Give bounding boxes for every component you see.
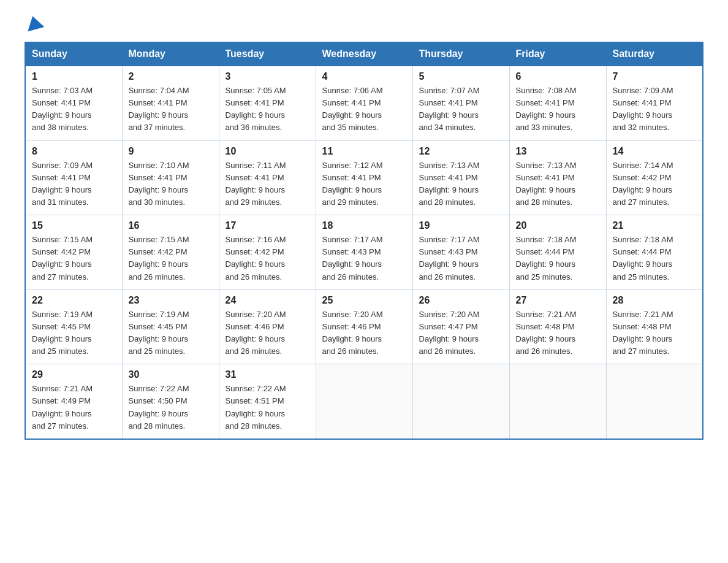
calendar-cell: 12 Sunrise: 7:13 AMSunset: 4:41 PMDaylig…: [412, 140, 509, 215]
day-info: Sunrise: 7:19 AMSunset: 4:45 PMDaylight:…: [129, 308, 213, 358]
calendar-body: 1 Sunrise: 7:03 AMSunset: 4:41 PMDayligh…: [25, 66, 703, 439]
calendar-cell: 14 Sunrise: 7:14 AMSunset: 4:42 PMDaylig…: [606, 140, 703, 215]
calendar-cell: 8 Sunrise: 7:09 AMSunset: 4:41 PMDayligh…: [25, 140, 122, 215]
calendar-cell: 27 Sunrise: 7:21 AMSunset: 4:48 PMDaylig…: [509, 289, 606, 364]
day-number: 31: [226, 369, 309, 380]
calendar-cell: 22 Sunrise: 7:19 AMSunset: 4:45 PMDaylig…: [25, 289, 122, 364]
day-number: 21: [613, 220, 697, 231]
day-info: Sunrise: 7:21 AMSunset: 4:49 PMDaylight:…: [32, 383, 116, 432]
day-info: Sunrise: 7:18 AMSunset: 4:44 PMDaylight:…: [613, 234, 697, 283]
calendar-cell: 17 Sunrise: 7:16 AMSunset: 4:42 PMDaylig…: [219, 215, 316, 290]
weekday-header-row: SundayMondayTuesdayWednesdayThursdayFrid…: [25, 42, 703, 66]
weekday-header-saturday: Saturday: [606, 42, 703, 66]
day-info: Sunrise: 7:15 AMSunset: 4:42 PMDaylight:…: [32, 234, 116, 283]
day-number: 5: [419, 71, 503, 82]
calendar-cell: 30 Sunrise: 7:22 AMSunset: 4:50 PMDaylig…: [122, 364, 219, 439]
weekday-header-wednesday: Wednesday: [316, 42, 412, 66]
calendar-cell: 9 Sunrise: 7:10 AMSunset: 4:41 PMDayligh…: [122, 140, 219, 215]
calendar-cell: 24 Sunrise: 7:20 AMSunset: 4:46 PMDaylig…: [219, 289, 316, 364]
calendar-cell: 13 Sunrise: 7:13 AMSunset: 4:41 PMDaylig…: [509, 140, 606, 215]
calendar-cell: 7 Sunrise: 7:09 AMSunset: 4:41 PMDayligh…: [606, 66, 703, 141]
day-number: 17: [226, 220, 309, 231]
day-info: Sunrise: 7:17 AMSunset: 4:43 PMDaylight:…: [322, 234, 406, 283]
day-number: 24: [226, 295, 309, 306]
calendar-cell: [606, 364, 703, 439]
weekday-header-sunday: Sunday: [25, 42, 122, 66]
day-info: Sunrise: 7:13 AMSunset: 4:41 PMDaylight:…: [419, 159, 503, 209]
day-info: Sunrise: 7:21 AMSunset: 4:48 PMDaylight:…: [613, 308, 697, 358]
day-info: Sunrise: 7:10 AMSunset: 4:41 PMDaylight:…: [129, 159, 213, 209]
weekday-header-thursday: Thursday: [412, 42, 509, 66]
day-info: Sunrise: 7:21 AMSunset: 4:48 PMDaylight:…: [516, 308, 600, 358]
day-info: Sunrise: 7:08 AMSunset: 4:41 PMDaylight:…: [516, 85, 600, 134]
day-number: 18: [322, 220, 406, 231]
day-number: 9: [129, 146, 213, 157]
calendar-cell: [412, 364, 509, 439]
day-number: 15: [32, 220, 116, 231]
calendar-cell: 31 Sunrise: 7:22 AMSunset: 4:51 PMDaylig…: [219, 364, 316, 439]
calendar-cell: 26 Sunrise: 7:20 AMSunset: 4:47 PMDaylig…: [412, 289, 509, 364]
day-number: 14: [613, 146, 697, 157]
day-info: Sunrise: 7:05 AMSunset: 4:41 PMDaylight:…: [226, 85, 309, 134]
calendar-cell: 25 Sunrise: 7:20 AMSunset: 4:46 PMDaylig…: [316, 289, 412, 364]
day-info: Sunrise: 7:20 AMSunset: 4:46 PMDaylight:…: [226, 308, 309, 358]
day-number: 29: [32, 369, 116, 380]
day-number: 13: [516, 146, 600, 157]
day-info: Sunrise: 7:17 AMSunset: 4:43 PMDaylight:…: [419, 234, 503, 283]
day-number: 20: [516, 220, 600, 231]
day-info: Sunrise: 7:03 AMSunset: 4:41 PMDaylight:…: [32, 85, 116, 134]
day-info: Sunrise: 7:19 AMSunset: 4:45 PMDaylight:…: [32, 308, 116, 358]
day-info: Sunrise: 7:22 AMSunset: 4:51 PMDaylight:…: [226, 383, 309, 432]
calendar-cell: 20 Sunrise: 7:18 AMSunset: 4:44 PMDaylig…: [509, 215, 606, 290]
logo: [25, 18, 43, 29]
page-header: [25, 18, 703, 29]
day-info: Sunrise: 7:09 AMSunset: 4:41 PMDaylight:…: [613, 85, 697, 134]
calendar-table: SundayMondayTuesdayWednesdayThursdayFrid…: [25, 42, 703, 440]
calendar-week-row: 29 Sunrise: 7:21 AMSunset: 4:49 PMDaylig…: [25, 364, 703, 439]
day-info: Sunrise: 7:18 AMSunset: 4:44 PMDaylight:…: [516, 234, 600, 283]
day-info: Sunrise: 7:15 AMSunset: 4:42 PMDaylight:…: [129, 234, 213, 283]
weekday-header-tuesday: Tuesday: [219, 42, 316, 66]
day-number: 30: [129, 369, 213, 380]
day-info: Sunrise: 7:22 AMSunset: 4:50 PMDaylight:…: [129, 383, 213, 432]
day-info: Sunrise: 7:16 AMSunset: 4:42 PMDaylight:…: [226, 234, 309, 283]
calendar-cell: 2 Sunrise: 7:04 AMSunset: 4:41 PMDayligh…: [122, 66, 219, 141]
calendar-cell: 1 Sunrise: 7:03 AMSunset: 4:41 PMDayligh…: [25, 66, 122, 141]
calendar-cell: 28 Sunrise: 7:21 AMSunset: 4:48 PMDaylig…: [606, 289, 703, 364]
day-number: 26: [419, 295, 503, 306]
calendar-cell: 29 Sunrise: 7:21 AMSunset: 4:49 PMDaylig…: [25, 364, 122, 439]
day-number: 16: [129, 220, 213, 231]
day-number: 12: [419, 146, 503, 157]
calendar-cell: 23 Sunrise: 7:19 AMSunset: 4:45 PMDaylig…: [122, 289, 219, 364]
day-number: 25: [322, 295, 406, 306]
day-number: 22: [32, 295, 116, 306]
calendar-week-row: 15 Sunrise: 7:15 AMSunset: 4:42 PMDaylig…: [25, 215, 703, 290]
calendar-cell: 6 Sunrise: 7:08 AMSunset: 4:41 PMDayligh…: [509, 66, 606, 141]
day-info: Sunrise: 7:09 AMSunset: 4:41 PMDaylight:…: [32, 159, 116, 209]
calendar-cell: 21 Sunrise: 7:18 AMSunset: 4:44 PMDaylig…: [606, 215, 703, 290]
calendar-cell: 15 Sunrise: 7:15 AMSunset: 4:42 PMDaylig…: [25, 215, 122, 290]
calendar-cell: 11 Sunrise: 7:12 AMSunset: 4:41 PMDaylig…: [316, 140, 412, 215]
day-info: Sunrise: 7:14 AMSunset: 4:42 PMDaylight:…: [613, 159, 697, 209]
weekday-header-monday: Monday: [122, 42, 219, 66]
calendar-cell: 19 Sunrise: 7:17 AMSunset: 4:43 PMDaylig…: [412, 215, 509, 290]
day-info: Sunrise: 7:06 AMSunset: 4:41 PMDaylight:…: [322, 85, 406, 134]
day-number: 8: [32, 146, 116, 157]
day-info: Sunrise: 7:20 AMSunset: 4:47 PMDaylight:…: [419, 308, 503, 358]
calendar-cell: 5 Sunrise: 7:07 AMSunset: 4:41 PMDayligh…: [412, 66, 509, 141]
day-info: Sunrise: 7:07 AMSunset: 4:41 PMDaylight:…: [419, 85, 503, 134]
day-number: 23: [129, 295, 213, 306]
calendar-cell: 16 Sunrise: 7:15 AMSunset: 4:42 PMDaylig…: [122, 215, 219, 290]
day-number: 3: [226, 71, 309, 82]
calendar-cell: [316, 364, 412, 439]
day-info: Sunrise: 7:20 AMSunset: 4:46 PMDaylight:…: [322, 308, 406, 358]
calendar-week-row: 1 Sunrise: 7:03 AMSunset: 4:41 PMDayligh…: [25, 66, 703, 141]
calendar-cell: 4 Sunrise: 7:06 AMSunset: 4:41 PMDayligh…: [316, 66, 412, 141]
day-info: Sunrise: 7:11 AMSunset: 4:41 PMDaylight:…: [226, 159, 309, 209]
day-number: 28: [613, 295, 697, 306]
day-number: 19: [419, 220, 503, 231]
calendar-cell: 3 Sunrise: 7:05 AMSunset: 4:41 PMDayligh…: [219, 66, 316, 141]
day-number: 11: [322, 146, 406, 157]
calendar-week-row: 22 Sunrise: 7:19 AMSunset: 4:45 PMDaylig…: [25, 289, 703, 364]
day-number: 6: [516, 71, 600, 82]
